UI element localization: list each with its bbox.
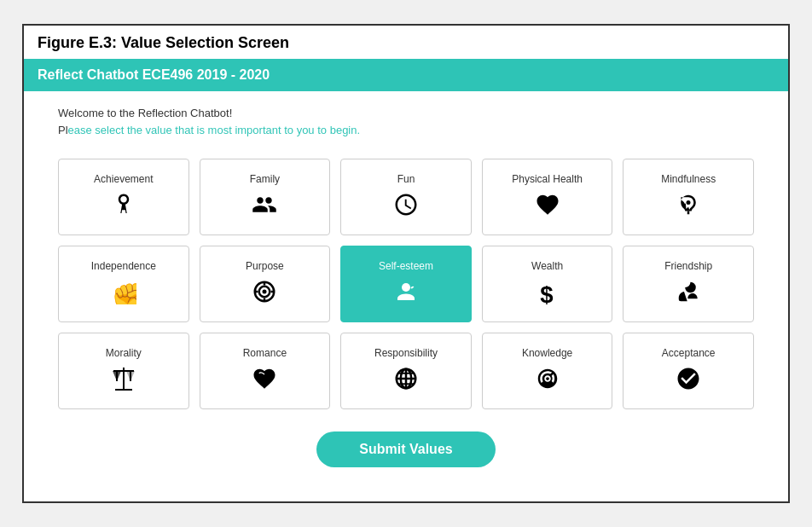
- value-label-self-esteem: Self-esteem: [379, 260, 433, 272]
- submit-btn-container: Submit Values: [24, 423, 788, 476]
- svg-rect-16: [115, 389, 132, 391]
- header-bar: Reflect Chatbot ECE496 2019 - 2020: [24, 59, 788, 91]
- value-icon-independence: ✊: [111, 279, 136, 309]
- value-card-mindfulness[interactable]: Mindfulness: [623, 159, 754, 235]
- value-icon-achievement: [111, 192, 136, 222]
- value-icon-fun: [393, 192, 419, 222]
- value-card-independence[interactable]: Independence✊: [58, 246, 189, 322]
- welcome-line2-prefix: Pl: [58, 124, 68, 136]
- value-label-family: Family: [250, 173, 280, 185]
- value-icon-physical-health: [535, 192, 560, 222]
- value-card-physical-health[interactable]: Physical Health: [482, 159, 613, 235]
- value-card-fun[interactable]: Fun: [340, 159, 472, 235]
- value-icon-family: [252, 192, 277, 222]
- value-card-friendship[interactable]: Friendship: [623, 246, 754, 322]
- value-icon-responsibility: [393, 366, 419, 396]
- welcome-line2-highlight: ease select the value that is most impor…: [68, 124, 361, 136]
- value-card-responsibility[interactable]: Responsibility: [340, 333, 472, 409]
- value-icon-knowledge: [535, 366, 560, 396]
- svg-rect-1: [687, 211, 690, 214]
- value-icon-purpose: [252, 279, 277, 309]
- figure-title: Figure E.3: Value Selection Screen: [24, 26, 788, 59]
- value-label-responsibility: Responsibility: [374, 347, 438, 359]
- value-label-fun: Fun: [397, 173, 415, 185]
- value-icon-self-esteem: [393, 279, 419, 309]
- value-icon-morality: [110, 366, 137, 396]
- value-icon-romance: [252, 366, 277, 396]
- value-card-wealth[interactable]: Wealth$: [482, 246, 613, 322]
- svg-point-10: [402, 283, 410, 292]
- value-card-romance[interactable]: Romance: [200, 333, 331, 409]
- value-label-acceptance: Acceptance: [662, 347, 716, 359]
- value-label-achievement: Achievement: [94, 173, 153, 185]
- value-card-purpose[interactable]: Purpose: [200, 246, 331, 322]
- value-label-knowledge: Knowledge: [522, 347, 572, 359]
- value-label-independence: Independence: [91, 260, 156, 272]
- svg-point-5: [263, 289, 267, 293]
- welcome-text: Welcome to the Reflection Chatbot! Pleas…: [24, 91, 788, 145]
- svg-point-0: [687, 200, 691, 205]
- svg-text:$: $: [540, 281, 553, 304]
- value-icon-acceptance: [676, 366, 701, 396]
- value-card-family[interactable]: Family: [200, 159, 331, 235]
- svg-text:✊: ✊: [111, 280, 136, 304]
- value-icon-friendship: [676, 279, 701, 309]
- main-container: Figure E.3: Value Selection Screen Refle…: [22, 24, 790, 503]
- value-icon-wealth: $: [535, 279, 560, 309]
- welcome-line1: Welcome to the Reflection Chatbot!: [58, 107, 232, 119]
- value-label-mindfulness: Mindfulness: [661, 173, 716, 185]
- value-label-friendship: Friendship: [664, 260, 712, 272]
- value-card-self-esteem[interactable]: Self-esteem: [340, 246, 472, 322]
- value-card-morality[interactable]: Morality: [58, 333, 189, 409]
- value-label-morality: Morality: [106, 347, 142, 359]
- value-card-knowledge[interactable]: Knowledge: [482, 333, 613, 409]
- value-label-purpose: Purpose: [246, 260, 284, 272]
- value-card-acceptance[interactable]: Acceptance: [623, 333, 754, 409]
- value-label-wealth: Wealth: [531, 260, 563, 272]
- value-label-romance: Romance: [243, 347, 287, 359]
- submit-button[interactable]: Submit Values: [316, 431, 495, 467]
- value-icon-mindfulness: [676, 192, 701, 222]
- values-grid: AchievementFamilyFunPhysical HealthMindf…: [24, 145, 788, 423]
- value-card-achievement[interactable]: Achievement: [58, 159, 189, 235]
- value-label-physical-health: Physical Health: [512, 173, 583, 185]
